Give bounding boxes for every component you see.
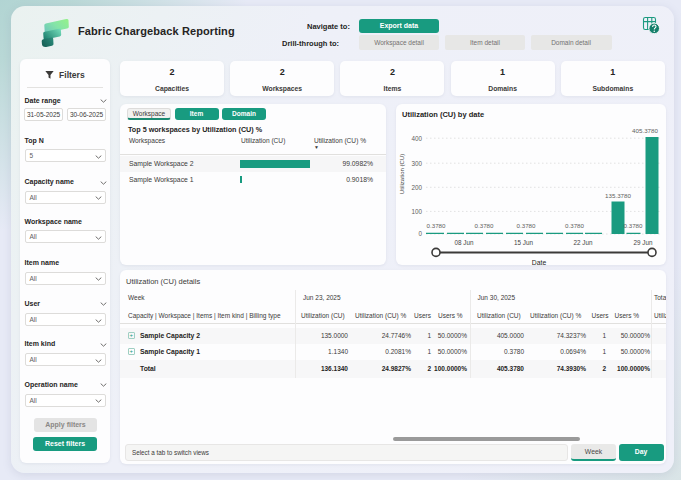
svg-text:0.3780: 0.3780 [517,222,536,229]
svg-text:Date: Date [532,259,547,266]
svg-text:405.3780: 405.3780 [632,127,658,134]
svg-text:Utilization (CU): Utilization (CU) [399,154,405,194]
svg-text:29 Jun: 29 Jun [634,239,653,246]
svg-text:22 Jun: 22 Jun [574,239,593,246]
svg-text:0.3780: 0.3780 [475,222,494,229]
svg-text:Utilization (CU) by date: Utilization (CU) by date [402,110,484,119]
svg-text:135.3780: 135.3780 [605,192,631,199]
svg-text:0: 0 [418,230,422,237]
svg-text:0.3780: 0.3780 [427,222,446,229]
svg-text:0.3780: 0.3780 [624,222,643,229]
svg-text:08 Jun: 08 Jun [455,239,474,246]
svg-text:300: 300 [411,160,422,167]
svg-text:200: 200 [411,184,422,191]
svg-text:100: 100 [411,208,422,215]
svg-text:0.3780: 0.3780 [565,222,584,229]
svg-text:15 Jun: 15 Jun [514,239,533,246]
svg-text:400: 400 [411,135,422,142]
